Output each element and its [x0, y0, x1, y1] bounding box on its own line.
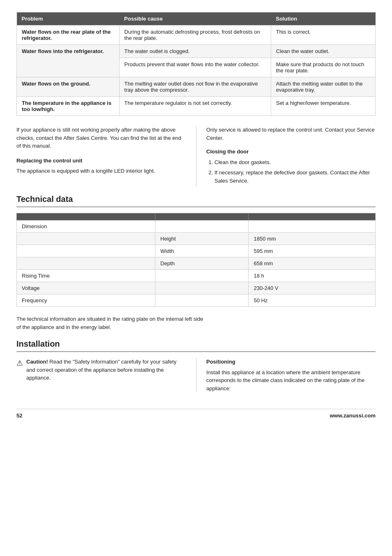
closing-heading: Closing the door — [206, 148, 376, 156]
tech-cell — [155, 270, 249, 282]
caution-box: ⚠ Caution! Read the "Safety Information"… — [16, 358, 186, 382]
solution-cell: Make sure that products do not touch the… — [271, 58, 375, 77]
table-row: Rising Time 18 h — [17, 270, 376, 282]
tech-col-header-1 — [17, 213, 155, 220]
installation-heading: Installation — [16, 339, 376, 349]
tech-col-header-3 — [249, 213, 376, 220]
cause-cell: The melting water outlet does not flow i… — [119, 77, 271, 97]
caution-label: Caution! — [26, 359, 48, 365]
page-number: 52 — [16, 412, 22, 419]
page-footer: 52 www.zanussi.com — [16, 409, 376, 419]
col-header-cause: Possible cause — [119, 12, 271, 25]
table-row: Water flows on the ground. The melting w… — [17, 77, 376, 97]
intro-text: If your appliance is still not working p… — [16, 126, 186, 150]
table-row: Dimension — [17, 220, 376, 233]
replacing-heading: Replacing the control unit — [16, 157, 186, 165]
problem-cell: Water flows on the rear plate of the ref… — [17, 25, 120, 45]
section-divider — [16, 206, 376, 207]
caution-text: Caution! Read the "Safety Information" c… — [26, 358, 186, 382]
tech-cell: 18 h — [249, 270, 376, 282]
solution-cell: Clean the water outlet. — [271, 45, 375, 58]
tech-cell — [249, 220, 376, 233]
closing-list: Clean the door gaskets. If necessary, re… — [206, 158, 376, 185]
troubleshooting-table: Problem Possible cause Solution Water fl… — [16, 12, 376, 116]
tech-cell: 1850 mm — [249, 233, 376, 245]
info-right-col: Only service is allowed to replace the c… — [196, 126, 376, 187]
replacing-body: The appliance is equipped with a longlif… — [16, 167, 186, 175]
install-right-col: Positioning Install this appliance at a … — [196, 358, 376, 392]
tech-cell: Frequency — [17, 294, 155, 307]
tech-cell: Dimension — [17, 220, 155, 233]
tech-cell — [17, 257, 155, 270]
tech-cell: Depth — [155, 257, 249, 270]
col-header-solution: Solution — [271, 12, 375, 25]
problem-cell: Water flows into the refrigerator. — [17, 45, 120, 77]
cause-cell: During the automatic defrosting process,… — [119, 25, 271, 45]
tech-cell — [155, 294, 249, 307]
solution-cell: Attach the melting water outlet to the e… — [271, 77, 375, 97]
tech-cell: 595 mm — [249, 245, 376, 257]
list-item: Clean the door gaskets. — [214, 158, 376, 167]
table-row: Frequency 50 Hz — [17, 294, 376, 307]
tech-cell: 658 mm — [249, 257, 376, 270]
table-row: Voltage 230-240 V — [17, 282, 376, 294]
table-row: Depth 658 mm — [17, 257, 376, 270]
solution-cell: Set a higher/lower temperature. — [271, 97, 375, 116]
table-row: Water flows on the rear plate of the ref… — [17, 25, 376, 45]
cause-cell: Products prevent that water flows into t… — [119, 58, 271, 77]
table-row: The temperature in the appliance is too … — [17, 97, 376, 116]
tech-cell: Voltage — [17, 282, 155, 294]
tech-cell: Width — [155, 245, 249, 257]
info-left-col: If your appliance is still not working p… — [16, 126, 196, 187]
cause-cell: The water outlet is clogged. — [119, 45, 271, 58]
solution-cell: This is correct. — [271, 25, 375, 45]
caution-icon: ⚠ — [16, 358, 23, 369]
tech-cell: 230-240 V — [249, 282, 376, 294]
tech-cell — [155, 282, 249, 294]
table-row: Water flows into the refrigerator. The w… — [17, 45, 376, 58]
info-two-col: If your appliance is still not working p… — [16, 126, 376, 187]
tech-cell — [17, 233, 155, 245]
tech-cell — [155, 220, 249, 233]
section-divider-2 — [16, 351, 376, 352]
service-text: Only service is allowed to replace the c… — [206, 126, 376, 142]
col-header-problem: Problem — [17, 12, 120, 25]
install-left-col: ⚠ Caution! Read the "Safety Information"… — [16, 358, 196, 392]
list-item: If necessary, replace the defective door… — [214, 169, 376, 185]
website-link: www.zanussi.com — [330, 412, 376, 419]
tech-cell: Height — [155, 233, 249, 245]
cause-cell: The temperature regulator is not set cor… — [119, 97, 271, 116]
positioning-heading: Positioning — [206, 358, 376, 366]
tech-col-header-2 — [155, 213, 249, 220]
tech-cell — [17, 245, 155, 257]
tech-cell: Rising Time — [17, 270, 155, 282]
technical-data-heading: Technical data — [16, 195, 376, 204]
caution-body: Read the "Safety Information" carefully … — [26, 359, 176, 381]
tech-note: The technical information are situated i… — [16, 315, 205, 331]
technical-data-table: Dimension Height 1850 mm Width 595 mm De… — [16, 213, 376, 307]
positioning-text: Install this appliance at a location whe… — [206, 368, 376, 393]
table-row: Width 595 mm — [17, 245, 376, 257]
tech-cell: 50 Hz — [249, 294, 376, 307]
problem-cell: The temperature in the appliance is too … — [17, 97, 120, 116]
table-row: Height 1850 mm — [17, 233, 376, 245]
problem-cell: Water flows on the ground. — [17, 77, 120, 97]
installation-two-col: ⚠ Caution! Read the "Safety Information"… — [16, 358, 376, 392]
